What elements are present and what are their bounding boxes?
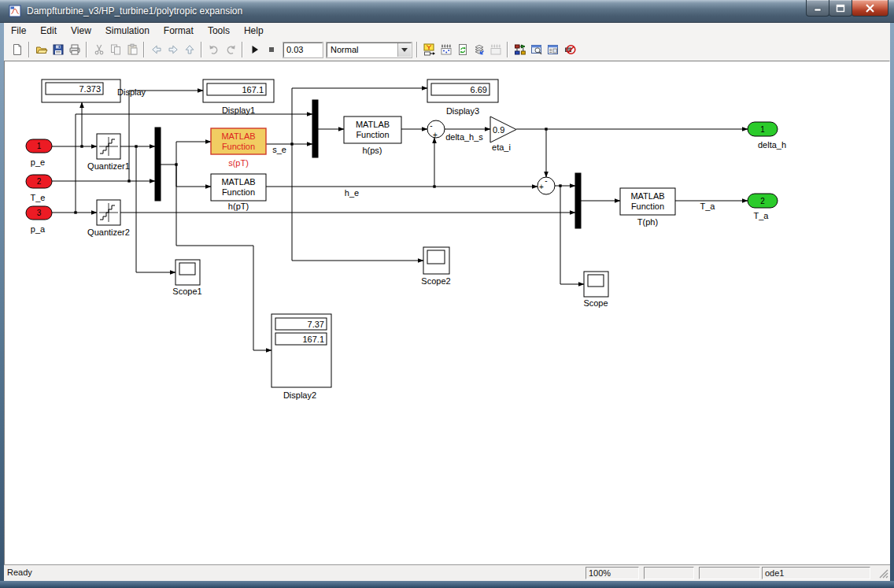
quantizer1[interactable]: Quantizer1 (87, 134, 130, 171)
fcn-h_pT[interactable]: MATLABFunctionh(pT) (211, 174, 266, 211)
minimize-button[interactable] (806, 0, 829, 17)
display3[interactable]: 6.69Display3 (427, 80, 498, 116)
open-folder-icon[interactable] (33, 41, 50, 58)
model-browser-icon[interactable] (545, 41, 561, 58)
fcn-h_ps-text: Function (356, 130, 389, 139)
run-simulation-icon[interactable] (246, 41, 263, 58)
cut-icon[interactable] (91, 41, 107, 58)
inport-p_e[interactable]: 1p_e (26, 139, 52, 167)
menu-edit[interactable]: Edit (33, 23, 64, 38)
menu-tools[interactable]: Tools (201, 23, 237, 38)
simulink-model-icon (9, 5, 21, 17)
menu-simulation[interactable]: Simulation (98, 23, 157, 38)
model-explorer-icon[interactable] (528, 41, 545, 58)
wire-T_e-to-display1[interactable] (129, 91, 203, 181)
scope[interactable]: Scope (583, 272, 608, 308)
scope1[interactable]: Scope1 (172, 260, 201, 296)
stop-simulation-icon[interactable] (263, 41, 279, 58)
fcn-T_ph-text: Function (631, 202, 664, 211)
fcn-h_pT-text: Function (222, 187, 255, 197)
status-field-3 (699, 567, 760, 579)
rebuild-all-icon[interactable] (471, 41, 487, 58)
menu-file[interactable]: File (4, 23, 33, 38)
save-model-icon[interactable] (50, 41, 66, 58)
status-field-2 (644, 567, 694, 579)
block-diagram: 1p_e2T_e3p_a1delta_h2T_a7.373Display167.… (5, 61, 889, 564)
close-button[interactable] (852, 0, 888, 17)
new-file-icon[interactable] (9, 41, 25, 58)
wire-mux1-to-h_pT[interactable] (176, 165, 211, 187)
refresh-model-blocks-icon[interactable] (454, 41, 471, 58)
mux2[interactable] (312, 100, 318, 157)
signal-selector-icon[interactable] (421, 41, 438, 58)
title-bar[interactable]: Dampfturbine_v3/HP_turbine1/polytropic e… (0, 0, 894, 23)
display3-label: Display3 (446, 106, 479, 116)
quantizer2[interactable]: Quantizer2 (87, 200, 130, 237)
print-icon[interactable] (66, 41, 83, 58)
menu-format[interactable]: Format (157, 23, 201, 38)
menu-view[interactable]: View (64, 23, 98, 38)
wire-s_e-to-scope2[interactable] (292, 144, 423, 261)
quantizer2-label: Quantizer2 (87, 227, 130, 237)
fcn-s_pT-label: s(pT) (228, 158, 249, 168)
inport-p_a[interactable]: 3p_a (26, 206, 52, 234)
display2[interactable]: 7.37167.1Display2 (272, 314, 331, 400)
scope1-label: Scope1 (172, 287, 201, 296)
gain-eta_i[interactable]: 0.9eta_i (490, 116, 516, 152)
mux3[interactable] (575, 173, 581, 228)
fcn-s_pT[interactable]: MATLABFunctions(pT) (211, 128, 266, 168)
sum1-sign: + (433, 131, 438, 139)
fcn-h_ps-text: MATLAB (356, 120, 390, 129)
copy-icon[interactable] (107, 41, 124, 58)
display1[interactable]: 167.1Display1 (203, 80, 274, 115)
fcn-h_ps[interactable]: MATLABFunctionh(ps) (344, 116, 401, 155)
sum1[interactable]: -+ (427, 120, 445, 139)
signal-label-s_e: s_e (272, 145, 286, 154)
outport-delta_h[interactable]: 1delta_h (748, 122, 786, 150)
menu-help[interactable]: Help (237, 23, 271, 38)
model-canvas[interactable]: 1p_e2T_e3p_a1delta_h2T_a7.373Display167.… (4, 61, 890, 565)
display[interactable]: 7.373Display (42, 80, 146, 102)
zoom-level-field: 100% (586, 567, 639, 579)
branch-dot (135, 145, 137, 147)
fcn-h_pT-text: MATLAB (221, 177, 255, 187)
library-browser-icon[interactable] (512, 41, 528, 58)
mux1[interactable] (155, 128, 161, 201)
fcn-h_ps-label: h(ps) (362, 146, 382, 155)
branch-dot (290, 142, 293, 145)
branch-dot (127, 179, 130, 182)
inport-T_e[interactable]: 2T_e (26, 175, 52, 202)
inport-p_e-label: p_e (31, 157, 45, 167)
update-diagram-icon[interactable] (438, 41, 454, 58)
redo-icon[interactable] (222, 41, 238, 58)
scope2[interactable]: Scope2 (421, 247, 450, 286)
sim-stop-time-input[interactable] (283, 43, 323, 57)
toolbar-separator (28, 42, 30, 57)
wire-mux1-to-s_pT[interactable] (176, 142, 211, 165)
mux3-bar[interactable] (575, 173, 581, 228)
outport-T_a[interactable]: 2T_a (748, 194, 778, 220)
debug-model-icon[interactable] (561, 41, 578, 58)
incremental-build-icon[interactable] (487, 41, 504, 58)
nav-back-icon[interactable] (148, 41, 164, 58)
mux2-bar[interactable] (312, 100, 318, 157)
dropdown-arrow-icon[interactable] (397, 43, 411, 57)
solver-field: ode1 (762, 567, 870, 579)
undo-icon[interactable] (205, 41, 222, 58)
nav-forward-icon[interactable] (164, 41, 181, 58)
inport-T_e-label: T_e (31, 193, 46, 202)
gain-eta_i-value: 0.9 (493, 125, 504, 135)
signal-label-T_a: T_a (700, 202, 716, 211)
maximize-button[interactable] (829, 0, 852, 17)
paste-icon[interactable] (124, 41, 140, 58)
outport-T_a-number: 2 (760, 197, 765, 205)
sim-mode-dropdown[interactable]: Normal (327, 43, 412, 57)
sum2[interactable]: +- (538, 176, 555, 194)
mux1-bar[interactable] (155, 128, 161, 201)
fcn-T_ph[interactable]: MATLABFunctionT(ph) (620, 188, 675, 227)
nav-up-icon[interactable] (181, 41, 198, 58)
window-border-right (890, 23, 894, 588)
resize-grip[interactable] (878, 568, 888, 580)
inport-T_e-number: 2 (37, 177, 42, 186)
quantizer1-label: Quantizer1 (87, 161, 130, 171)
